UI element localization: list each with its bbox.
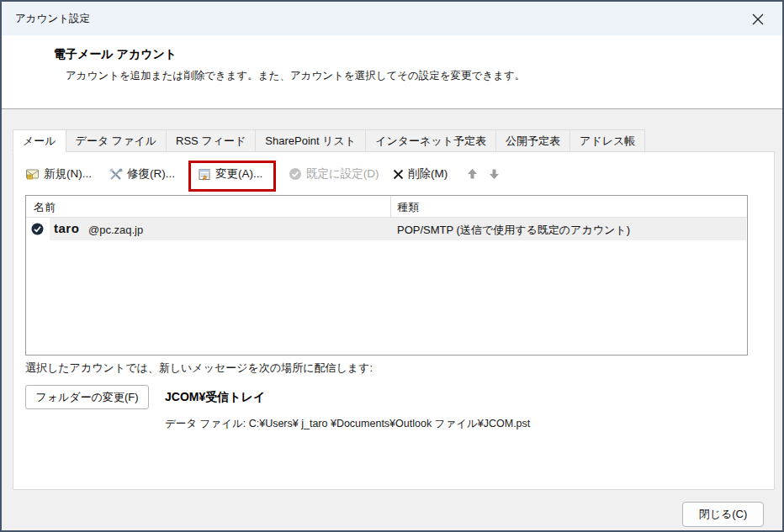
delivery-info-text: 選択したアカウントでは、新しいメッセージを次の場所に配信します: bbox=[25, 361, 373, 376]
repair-account-button[interactable]: 修復(R)... bbox=[109, 164, 175, 184]
close-icon[interactable] bbox=[745, 9, 771, 29]
arrow-down-icon bbox=[489, 168, 500, 180]
check-circle-icon bbox=[289, 167, 302, 181]
account-name: taro bbox=[54, 221, 79, 235]
repair-account-label: 修復(R)... bbox=[127, 166, 175, 182]
delete-account-label: 削除(M) bbox=[408, 166, 448, 182]
column-header-type[interactable]: 種類 bbox=[397, 200, 419, 215]
delivery-folder-path: JCOM¥受信トレイ bbox=[165, 390, 265, 405]
account-type: POP/SMTP (送信で使用する既定のアカウント) bbox=[397, 223, 630, 238]
tab-address-books[interactable]: アドレス帳 bbox=[570, 129, 645, 152]
new-account-button[interactable]: 新規(N)... bbox=[25, 164, 92, 184]
new-mail-icon bbox=[25, 168, 40, 181]
accounts-table-header: 名前 種類 bbox=[26, 196, 747, 218]
mail-tab-panel: 新規(N)... 修復(R)... bbox=[13, 151, 775, 490]
delete-account-button[interactable]: 削除(M) bbox=[393, 164, 448, 184]
move-down-button bbox=[489, 164, 500, 184]
set-default-button: 既定に設定(D) bbox=[289, 164, 379, 184]
delete-x-icon bbox=[393, 169, 404, 180]
page-description: アカウントを追加または削除できます。また、アカウントを選択してその設定を変更でき… bbox=[66, 69, 525, 83]
repair-tools-icon bbox=[109, 168, 123, 181]
header-section: 電子メール アカウント アカウントを追加または削除できます。また、アカウントを選… bbox=[2, 35, 782, 108]
default-account-badge-icon bbox=[31, 223, 44, 235]
column-divider[interactable] bbox=[390, 196, 391, 218]
change-account-button[interactable]: 変更(A)... bbox=[198, 164, 262, 184]
set-default-label: 既定に設定(D) bbox=[306, 166, 379, 182]
title-bar: アカウント設定 bbox=[2, 2, 782, 35]
close-button[interactable]: 閉じる(C) bbox=[682, 502, 764, 527]
table-row[interactable]: taro @pc.zaq.jp POP/SMTP (送信で使用する既定のアカウン… bbox=[26, 218, 747, 240]
tab-sharepoint-lists[interactable]: SharePoint リスト bbox=[256, 129, 366, 152]
header-divider bbox=[2, 108, 782, 109]
column-header-name[interactable]: 名前 bbox=[34, 200, 56, 215]
tab-published-calendars[interactable]: 公開予定表 bbox=[496, 129, 570, 152]
change-account-label: 変更(A)... bbox=[215, 166, 262, 182]
page-title: 電子メール アカウント bbox=[54, 47, 177, 62]
account-name-domain: @pc.zaq.jp bbox=[88, 224, 143, 236]
change-form-icon bbox=[198, 168, 211, 181]
tab-mail[interactable]: メール bbox=[13, 129, 66, 153]
dialog-title: アカウント設定 bbox=[15, 12, 90, 26]
account-settings-dialog: アカウント設定 電子メール アカウント アカウントを追加または削除できます。また… bbox=[0, 0, 784, 532]
move-up-button bbox=[467, 164, 478, 184]
arrow-up-icon bbox=[467, 168, 478, 180]
tab-strip: メール データ ファイル RSS フィード SharePoint リスト インタ… bbox=[13, 129, 645, 152]
tab-data-files[interactable]: データ ファイル bbox=[66, 129, 167, 152]
data-file-path: データ ファイル: C:¥Users¥ j_taro ¥Documents¥Ou… bbox=[165, 417, 530, 431]
change-folder-button[interactable]: フォルダーの変更(F) bbox=[25, 385, 149, 409]
new-account-label: 新規(N)... bbox=[44, 166, 92, 182]
tab-internet-calendars[interactable]: インターネット予定表 bbox=[366, 129, 496, 152]
accounts-table: 名前 種類 taro @pc.zaq.jp POP/SMTP (送信で使用する既… bbox=[25, 195, 748, 356]
tab-rss-feeds[interactable]: RSS フィード bbox=[167, 129, 256, 152]
